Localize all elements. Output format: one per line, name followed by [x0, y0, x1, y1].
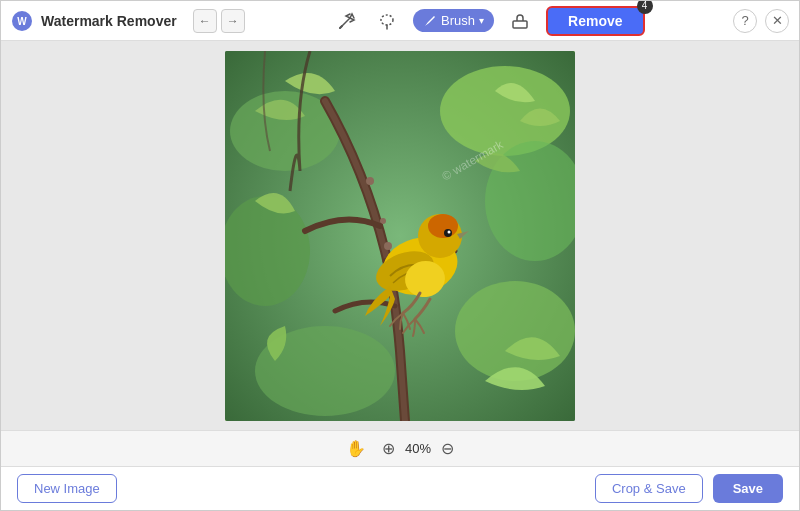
svg-point-11 — [366, 177, 374, 185]
notification-badge: 4 Remove — [546, 6, 644, 36]
magic-wand-tool-button[interactable] — [333, 7, 361, 35]
help-button[interactable]: ? — [733, 9, 757, 33]
app-logo-icon: W — [11, 10, 33, 32]
zoom-bar: ✋ ⊕ 40% ⊖ — [1, 430, 799, 466]
svg-rect-3 — [513, 21, 527, 28]
title-left: W Watermark Remover ← → — [11, 9, 245, 33]
zoom-level-display: 40% — [405, 441, 431, 456]
brush-chevron-icon: ▾ — [479, 15, 484, 26]
toolbar-center: Brush ▾ 4 Remove — [245, 6, 733, 36]
zoom-in-icon[interactable]: ⊕ — [382, 439, 395, 458]
main-canvas-area: © watermark — [1, 41, 799, 430]
brush-tool-button[interactable]: Brush ▾ — [413, 9, 494, 32]
hand-tool-icon[interactable]: ✋ — [346, 439, 366, 458]
right-action-buttons: Crop & Save Save — [595, 474, 783, 503]
brush-label: Brush — [441, 13, 475, 28]
eraser-tool-button[interactable] — [506, 7, 534, 35]
svg-point-12 — [380, 218, 386, 224]
new-image-button[interactable]: New Image — [17, 474, 117, 503]
save-button[interactable]: Save — [713, 474, 783, 503]
nav-buttons: ← → — [193, 9, 245, 33]
app-title: Watermark Remover — [41, 13, 177, 29]
close-button[interactable]: ✕ — [765, 9, 789, 33]
brush-icon — [423, 14, 437, 28]
zoom-out-icon[interactable]: ⊖ — [441, 439, 454, 458]
title-right: ? ✕ — [733, 9, 789, 33]
redo-button[interactable]: → — [221, 9, 245, 33]
title-bar: W Watermark Remover ← → — [1, 1, 799, 41]
lasso-icon — [377, 11, 397, 31]
main-image[interactable]: © watermark — [225, 51, 575, 421]
notification-count: 4 — [637, 0, 653, 14]
undo-button[interactable]: ← — [193, 9, 217, 33]
svg-point-17 — [428, 214, 458, 238]
remove-button[interactable]: Remove — [546, 6, 644, 36]
action-bar: New Image Crop & Save Save — [1, 466, 799, 510]
svg-point-13 — [384, 242, 392, 250]
svg-point-6 — [440, 66, 570, 156]
svg-point-2 — [381, 15, 393, 25]
magic-wand-icon — [337, 11, 357, 31]
svg-point-9 — [455, 281, 575, 381]
image-container: © watermark — [225, 51, 575, 421]
crop-save-button[interactable]: Crop & Save — [595, 474, 703, 503]
lasso-tool-button[interactable] — [373, 7, 401, 35]
eraser-icon — [510, 11, 530, 31]
svg-text:W: W — [17, 16, 27, 27]
svg-point-21 — [448, 230, 451, 233]
bird-scene-svg: © watermark — [225, 51, 575, 421]
